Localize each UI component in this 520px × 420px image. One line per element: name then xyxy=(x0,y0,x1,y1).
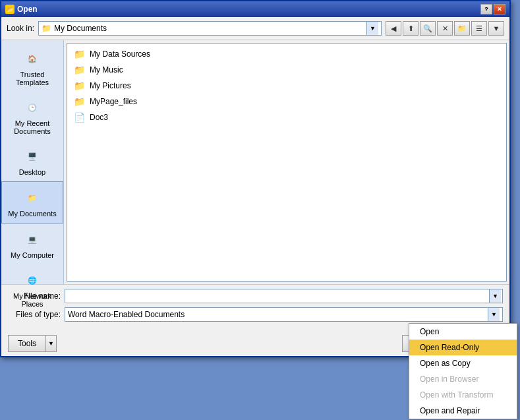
dropdown-item-open-with-transform: Open with Transform xyxy=(409,387,517,403)
list-item[interactable]: 📁 My Music xyxy=(70,62,504,78)
views-arrow-button[interactable]: ▼ xyxy=(488,21,504,36)
dialog-title: Open xyxy=(17,5,38,14)
delete-button[interactable]: ✕ xyxy=(437,21,453,36)
main-area: 🏠 Trusted Templates 🕒 My Recent Document… xyxy=(1,40,509,284)
file-name-input[interactable] xyxy=(65,289,489,303)
tools-dropdown-arrow[interactable]: ▼ xyxy=(46,335,57,352)
folder-icon: 📁 xyxy=(72,95,86,108)
dropdown-item-open[interactable]: Open xyxy=(409,324,517,340)
list-item[interactable]: 📄 Doc3 xyxy=(70,109,504,125)
sidebar-item-desktop-label: Desktop xyxy=(19,168,45,176)
file-name: MyPage_files xyxy=(90,97,137,106)
sidebar-item-computer-label: My Computer xyxy=(11,251,54,259)
sidebar-item-my-documents[interactable]: 📁 My Documents xyxy=(1,181,63,224)
title-bar: 📂 Open ? ✕ xyxy=(1,1,509,17)
my-documents-icon: 📁 xyxy=(22,187,43,208)
file-name-row: File name: ▼ xyxy=(8,289,503,303)
list-item[interactable]: 📁 MyPage_files xyxy=(70,94,504,109)
folder-icon: 📁 xyxy=(72,79,86,92)
up-button[interactable]: ⬆ xyxy=(403,21,419,36)
file-name: My Data Sources xyxy=(90,49,150,59)
desktop-icon: 🖥️ xyxy=(22,146,43,167)
sidebar-item-recent-label: My Recent Documents xyxy=(4,119,61,135)
open-dropdown-menu: Open Open Read-Only Open as Copy Open in… xyxy=(409,323,517,419)
folder-icon: 📁 xyxy=(72,47,86,61)
network-places-icon: 🌐 xyxy=(22,270,43,291)
look-in-label: Look in: xyxy=(7,24,34,33)
dropdown-item-open-readonly[interactable]: Open Read-Only xyxy=(409,340,517,355)
toolbar: Look in: 📁 My Documents ▼ ◀ ⬆ 🔍 ✕ 📁 ☰ ▼ xyxy=(1,17,509,40)
sidebar-item-recent-documents[interactable]: 🕒 My Recent Documents xyxy=(1,92,63,140)
sidebar-item-documents-label: My Documents xyxy=(8,210,56,218)
my-computer-icon: 💻 xyxy=(22,229,43,250)
list-item[interactable]: 📁 My Pictures xyxy=(70,78,504,94)
recent-documents-icon: 🕒 xyxy=(22,97,43,118)
trusted-templates-icon: 🏠 xyxy=(22,48,43,69)
views-button[interactable]: ☰ xyxy=(471,21,487,36)
file-name: My Pictures xyxy=(90,81,131,90)
file-name: Doc3 xyxy=(90,113,108,122)
new-folder-button[interactable]: 📁 xyxy=(454,21,470,36)
sidebar-item-my-computer[interactable]: 💻 My Computer xyxy=(1,224,63,264)
sidebar-item-trusted-templates[interactable]: 🏠 Trusted Templates xyxy=(1,43,63,92)
title-bar-left: 📂 Open xyxy=(5,5,38,14)
search-web-button[interactable]: 🔍 xyxy=(420,21,436,36)
file-name-input-wrapper: ▼ xyxy=(65,289,503,303)
sidebar-item-trusted-templates-label: Trusted Templates xyxy=(4,71,61,86)
dropdown-item-open-and-repair[interactable]: Open and Repair xyxy=(409,403,517,419)
file-name-dropdown-arrow[interactable]: ▼ xyxy=(489,289,501,303)
file-type-dropdown-arrow[interactable]: ▼ xyxy=(488,308,500,321)
tools-button[interactable]: Tools xyxy=(8,335,46,352)
file-type-select[interactable]: Word Macro-Enabled Documents ▼ xyxy=(65,307,503,322)
close-button[interactable]: ✕ xyxy=(494,4,506,15)
dropdown-item-open-as-copy[interactable]: Open as Copy xyxy=(409,355,517,371)
file-type-value: Word Macro-Enabled Documents xyxy=(68,310,488,319)
open-dialog: 📂 Open ? ✕ Look in: 📁 My Documents ▼ ◀ ⬆… xyxy=(0,0,511,357)
look-in-dropdown-arrow[interactable]: ▼ xyxy=(366,22,378,35)
dropdown-item-open-in-browser: Open in Browser xyxy=(409,371,517,387)
sidebar-item-desktop[interactable]: 🖥️ Desktop xyxy=(1,140,63,181)
file-name-label: File name: xyxy=(8,291,61,301)
folder-icon: 📁 xyxy=(42,24,51,33)
tools-button-group: Tools ▼ xyxy=(8,335,57,352)
toolbar-buttons: ◀ ⬆ 🔍 ✕ 📁 ☰ ▼ xyxy=(386,21,504,36)
back-button[interactable]: ◀ xyxy=(386,21,401,36)
look-in-value: My Documents xyxy=(54,24,107,33)
file-name: My Music xyxy=(90,65,123,75)
folder-icon: 📁 xyxy=(72,63,86,76)
file-list[interactable]: 📁 My Data Sources 📁 My Music 📁 My Pictur… xyxy=(67,43,507,282)
file-type-row: Files of type: Word Macro-Enabled Docume… xyxy=(8,307,503,322)
title-bar-buttons: ? ✕ xyxy=(480,4,506,15)
sidebar-item-network-places[interactable]: 🌐 My Network Places xyxy=(1,264,63,313)
look-in-combo[interactable]: 📁 My Documents ▼ xyxy=(38,21,382,36)
file-type-label: Files of type: xyxy=(8,310,61,319)
help-button[interactable]: ? xyxy=(480,4,492,15)
dialog-icon: 📂 xyxy=(5,5,14,14)
doc-icon: 📄 xyxy=(72,111,86,124)
list-item[interactable]: 📁 My Data Sources xyxy=(70,46,504,62)
sidebar: 🏠 Trusted Templates 🕒 My Recent Document… xyxy=(1,40,64,284)
